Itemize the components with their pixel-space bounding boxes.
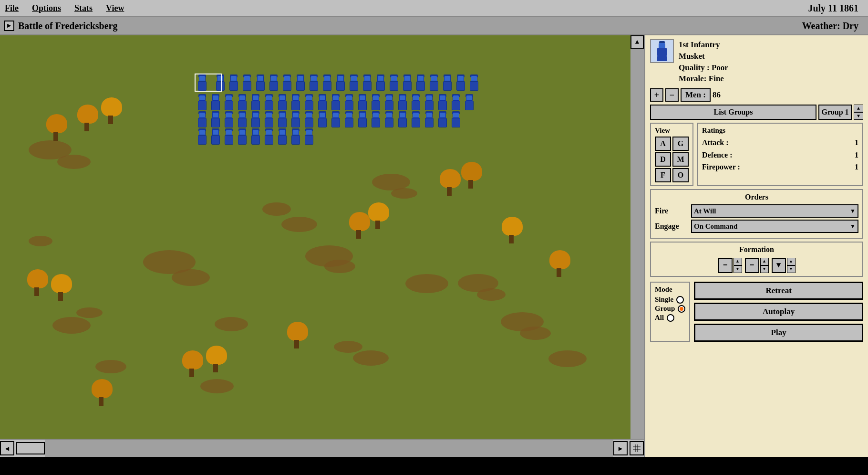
mode-all-label: All	[655, 314, 664, 322]
engage-dropdown-arrow: ▼	[850, 223, 856, 230]
formation-spin-up-3[interactable]: ▲	[787, 258, 796, 265]
grid-icon[interactable]	[630, 441, 644, 455]
soldier	[467, 74, 481, 91]
list-groups-btn[interactable]: List Groups	[650, 105, 816, 120]
battle-title: Battle of Fredericksberg	[18, 21, 117, 32]
ratings-title: Ratings	[702, 127, 858, 135]
soldier	[316, 111, 329, 127]
view-f-btn[interactable]: F	[655, 168, 671, 182]
formation-ctrl-1: − ▲ ▼	[718, 258, 742, 273]
tree	[76, 105, 99, 131]
attack-label: Attack :	[702, 137, 729, 149]
view-o-btn[interactable]: O	[672, 168, 689, 182]
autoplay-btn[interactable]: Autoplay	[694, 303, 863, 321]
tree	[91, 379, 114, 406]
men-minus-btn[interactable]: −	[665, 88, 679, 102]
soldier	[449, 111, 463, 127]
mode-group-row: Group	[655, 305, 685, 313]
formation-spin-3[interactable]: ▲ ▼	[787, 258, 796, 273]
view-g-btn[interactable]: G	[672, 137, 689, 151]
soldier	[401, 74, 414, 91]
firepower-label: Firepower :	[702, 161, 740, 173]
soldier	[196, 94, 209, 110]
unit-thumbnail	[650, 39, 674, 63]
mode-title: Mode	[655, 285, 685, 294]
scroll-right-btn[interactable]: ▶	[613, 441, 628, 455]
soldier	[387, 74, 401, 91]
mode-single-radio[interactable]	[676, 296, 684, 304]
soldier	[289, 111, 302, 127]
formation-down-arrow[interactable]: ▼	[772, 258, 786, 273]
stats-menu[interactable]: Stats	[74, 3, 93, 13]
mode-actions-row: Mode Single Group All Retreat	[650, 282, 863, 342]
mode-section: Mode Single Group All	[650, 282, 690, 342]
soldier-formation	[196, 74, 510, 145]
view-d-btn[interactable]: D	[655, 152, 671, 167]
formation-minus-2[interactable]: −	[745, 258, 759, 273]
soldier	[236, 111, 249, 127]
view-grid: A G D M F O	[655, 137, 689, 182]
formation-spin-down-3[interactable]: ▼	[787, 265, 796, 273]
terrain-patch	[52, 317, 91, 334]
soldier	[347, 74, 361, 91]
soldier	[227, 74, 240, 91]
mode-single-row: Single	[655, 296, 685, 304]
fire-select[interactable]: At Will ▼	[691, 204, 858, 218]
play-btn[interactable]: Play	[694, 324, 863, 342]
soldier	[307, 74, 320, 91]
men-plus-btn[interactable]: +	[650, 88, 663, 102]
soldier	[209, 111, 222, 127]
map-bottom-bar: ◀ ▶	[0, 439, 644, 457]
soldier	[423, 94, 436, 110]
formation-minus-1[interactable]: −	[718, 258, 733, 273]
soldier	[276, 111, 289, 127]
group-input: Group 1	[818, 105, 852, 120]
view-m-btn[interactable]: M	[672, 152, 689, 167]
soldier	[222, 111, 236, 127]
mode-group-radio[interactable]	[678, 305, 685, 313]
main-container: ▲ ▼ ◀ ▶	[0, 35, 868, 457]
unit-morale: Morale: Fine	[679, 73, 863, 84]
terrain-patch	[200, 379, 234, 393]
terrain-patch	[215, 317, 248, 331]
tree	[286, 322, 309, 348]
map-area[interactable]: ▲ ▼ ◀ ▶	[0, 35, 644, 457]
grid-svg	[633, 444, 641, 452]
mode-all-row: All	[655, 314, 685, 322]
soldier	[196, 128, 209, 145]
formation-spin-1[interactable]: ▲ ▼	[734, 258, 742, 273]
formation-spin-up-2[interactable]: ▲	[760, 258, 769, 265]
view-a-btn[interactable]: A	[655, 137, 671, 151]
file-menu[interactable]: File	[5, 3, 19, 13]
terrain-patch	[57, 155, 91, 169]
weather-display: Weather: Dry	[802, 21, 858, 32]
map-vertical-scrollbar[interactable]: ▲ ▼	[630, 35, 644, 457]
scroll-track[interactable]	[630, 49, 644, 443]
soldier	[409, 94, 423, 110]
scroll-up-btn[interactable]: ▲	[630, 35, 644, 49]
formation-spin-down-1[interactable]: ▼	[734, 265, 742, 273]
group-spin-up[interactable]: ▲	[854, 105, 863, 112]
firepower-value: 1	[855, 161, 858, 173]
engage-select[interactable]: On Command ▼	[691, 220, 858, 233]
attack-rating-row: Attack : 1	[702, 137, 858, 149]
view-menu[interactable]: View	[106, 3, 124, 13]
formation-spin-2[interactable]: ▲ ▼	[760, 258, 769, 273]
soldier	[423, 111, 436, 127]
group-spin-down[interactable]: ▼	[854, 112, 863, 120]
terrain-patch	[262, 202, 291, 216]
orders-title: Orders	[655, 193, 858, 201]
formation-spin-down-2[interactable]: ▼	[760, 265, 769, 273]
title-arrow-btn[interactable]: ►	[4, 21, 14, 31]
formation-spin-up-1[interactable]: ▲	[734, 258, 742, 265]
mode-all-radio[interactable]	[667, 314, 674, 322]
soldier	[267, 74, 280, 91]
scroll-left-btn[interactable]: ◀	[0, 441, 14, 455]
retreat-btn[interactable]: Retreat	[694, 282, 863, 300]
scroll-h-track[interactable]	[45, 440, 613, 457]
terrain-patch	[29, 236, 52, 246]
scroll-thumb[interactable]	[16, 442, 45, 454]
tree	[50, 274, 73, 301]
options-menu[interactable]: Options	[32, 3, 61, 13]
group-spin[interactable]: ▲ ▼	[854, 105, 863, 120]
